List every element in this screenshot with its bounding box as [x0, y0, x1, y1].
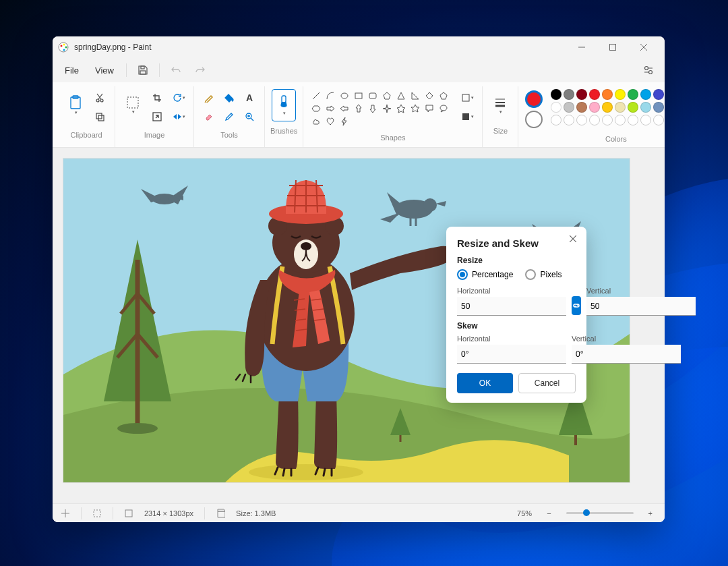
- size-button[interactable]: ▾: [488, 89, 512, 121]
- swatch-empty[interactable]: [589, 115, 600, 125]
- swatch[interactable]: [602, 89, 613, 100]
- resize-button[interactable]: [148, 108, 166, 125]
- menu-view[interactable]: View: [88, 63, 121, 78]
- eraser-tool[interactable]: [200, 108, 218, 125]
- shape-line[interactable]: [310, 90, 322, 101]
- copy-button[interactable]: [90, 108, 109, 125]
- swatch[interactable]: [628, 89, 638, 100]
- cut-button[interactable]: [90, 89, 109, 107]
- swatch[interactable]: [615, 89, 626, 100]
- swatch[interactable]: [551, 89, 562, 100]
- crop-button[interactable]: [148, 89, 166, 107]
- cursor-pos-icon: [61, 509, 70, 518]
- shape-rtriangle[interactable]: [409, 90, 421, 101]
- swatch[interactable]: [640, 102, 651, 113]
- ribbon-image: ▾ ▾ ▾ Image: [115, 86, 194, 147]
- swatch[interactable]: [589, 89, 600, 100]
- swatch[interactable]: [551, 102, 562, 113]
- rotate-button[interactable]: ▾: [169, 89, 188, 107]
- shape-curve[interactable]: [324, 90, 336, 101]
- brush-button[interactable]: ▾: [272, 89, 296, 121]
- shape-star5[interactable]: [395, 103, 407, 114]
- svg-point-24: [341, 93, 348, 98]
- color-primary[interactable]: [525, 90, 543, 108]
- swatch-empty[interactable]: [576, 115, 587, 125]
- zoom-slider[interactable]: [566, 512, 634, 514]
- swatch-empty[interactable]: [564, 115, 574, 125]
- shape-callout-rect[interactable]: [423, 103, 435, 114]
- tools-label: Tools: [220, 128, 238, 143]
- radio-pixels[interactable]: Pixels: [525, 269, 562, 280]
- ok-button[interactable]: OK: [457, 373, 513, 393]
- radio-percentage[interactable]: Percentage: [457, 269, 513, 280]
- shape-triangle[interactable]: [395, 90, 407, 101]
- skew-vertical-input[interactable]: [572, 345, 681, 364]
- shape-lightning[interactable]: [338, 116, 351, 127]
- zoom-in-button[interactable]: +: [644, 509, 657, 517]
- shape-star6[interactable]: [409, 103, 421, 114]
- zoom-out-button[interactable]: −: [543, 509, 555, 517]
- shape-callout-oval[interactable]: [437, 103, 450, 114]
- swatch[interactable]: [576, 89, 587, 100]
- swatch-empty[interactable]: [628, 115, 638, 125]
- shapes-gallery[interactable]: [309, 89, 451, 128]
- shape-rect[interactable]: [353, 90, 365, 101]
- shape-callout-cloud[interactable]: [310, 116, 322, 127]
- fill-tool[interactable]: [220, 89, 239, 107]
- swatch-empty[interactable]: [653, 115, 664, 125]
- swatch-empty[interactable]: [640, 115, 651, 125]
- shape-polygon[interactable]: [381, 90, 393, 101]
- swatch[interactable]: [653, 89, 664, 100]
- swatch-empty[interactable]: [602, 115, 613, 125]
- paste-button[interactable]: ▾: [63, 89, 88, 121]
- maximize-button[interactable]: [597, 36, 628, 58]
- swatch[interactable]: [640, 89, 651, 100]
- shape-hexagon[interactable]: [310, 103, 322, 114]
- resize-vertical-input[interactable]: [586, 297, 696, 316]
- settings-button[interactable]: [638, 59, 659, 81]
- shape-outline[interactable]: ▾: [458, 89, 477, 107]
- shape-heart[interactable]: [324, 116, 336, 127]
- shape-pentagon[interactable]: [437, 90, 450, 101]
- shape-arrow-l[interactable]: [338, 103, 351, 114]
- shape-star4[interactable]: [381, 103, 393, 114]
- minimize-button[interactable]: [566, 36, 597, 58]
- swatch-empty[interactable]: [551, 115, 562, 125]
- swatch-empty[interactable]: [615, 115, 626, 125]
- swatch[interactable]: [653, 102, 664, 113]
- shape-roundrect[interactable]: [367, 90, 379, 101]
- aspect-lock-button[interactable]: [572, 296, 581, 315]
- swatch[interactable]: [564, 102, 574, 113]
- zoom-tool[interactable]: [240, 108, 259, 125]
- menu-file[interactable]: File: [58, 63, 86, 78]
- swatch[interactable]: [628, 102, 638, 113]
- brushes-label: Brushes: [270, 124, 297, 139]
- save-button[interactable]: [132, 59, 154, 81]
- picker-tool[interactable]: [220, 108, 239, 125]
- swatch[interactable]: [615, 102, 626, 113]
- text-tool[interactable]: A: [240, 89, 259, 107]
- undo-button[interactable]: [165, 59, 187, 81]
- swatch[interactable]: [589, 102, 600, 113]
- shape-oval[interactable]: [338, 90, 351, 101]
- redo-button[interactable]: [189, 59, 211, 81]
- svg-point-16: [100, 99, 103, 102]
- shape-arrow-u[interactable]: [353, 103, 365, 114]
- cancel-button[interactable]: Cancel: [518, 373, 576, 393]
- flip-button[interactable]: ▾: [169, 108, 188, 125]
- swatch[interactable]: [576, 102, 587, 113]
- svg-rect-36: [462, 113, 469, 120]
- color-secondary[interactable]: [525, 111, 543, 128]
- select-button[interactable]: ▾: [121, 89, 145, 121]
- resize-horizontal-input[interactable]: [457, 297, 566, 316]
- shape-fill[interactable]: ▾: [458, 108, 477, 125]
- skew-horizontal-input[interactable]: [457, 345, 566, 364]
- dialog-close-button[interactable]: [565, 231, 581, 247]
- shape-arrow-r[interactable]: [324, 103, 336, 114]
- swatch[interactable]: [602, 102, 613, 113]
- shape-diamond[interactable]: [423, 90, 435, 101]
- shape-arrow-d[interactable]: [367, 103, 379, 114]
- pencil-tool[interactable]: [200, 89, 218, 107]
- close-button[interactable]: [628, 36, 659, 58]
- swatch[interactable]: [564, 89, 574, 100]
